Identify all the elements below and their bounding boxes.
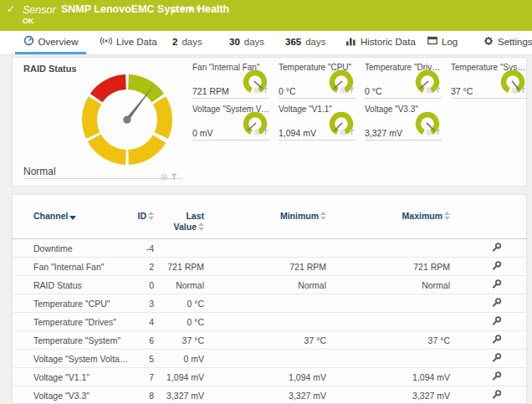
cell-minimum: 37 °C xyxy=(206,331,328,350)
col-header-settings xyxy=(452,194,527,239)
table-row[interactable]: Downtime -4 xyxy=(12,239,527,258)
pin-icon[interactable] xyxy=(349,124,355,139)
channel-settings-wrench-icon[interactable] xyxy=(491,355,502,365)
cell-maximum xyxy=(328,313,452,331)
sort-desc-icon xyxy=(69,216,76,220)
status-check-icon: ✓ xyxy=(7,3,15,15)
table-row[interactable]: Temperature "Drives" 4 0 °C xyxy=(12,313,527,331)
tab-live-data[interactable]: Live Data xyxy=(100,31,157,52)
pin-icon[interactable] xyxy=(263,124,269,139)
channel-settings-wrench-icon[interactable] xyxy=(491,263,502,273)
cell-channel: Downtime xyxy=(12,239,132,258)
cell-id: 2 xyxy=(132,258,156,276)
priority-flag-icon[interactable] xyxy=(171,4,177,19)
table-row[interactable]: Voltage "V3.3" 8 3,327 mV 3,327 mV 3,327… xyxy=(12,386,527,404)
cell-minimum: 721 RPM xyxy=(206,258,328,276)
gauge-panel-voltage-system: Voltage "System Voltage (12... 0 mV xyxy=(192,103,269,141)
table-row[interactable]: Voltage "System Voltage (... 5 0 mV xyxy=(12,350,527,368)
gauge-hub xyxy=(123,115,130,123)
raid-gauge-value: Normal xyxy=(23,166,56,177)
col-header-maximum[interactable]: Maximum xyxy=(328,194,452,239)
priority-stars[interactable]: ★★★☆☆ xyxy=(179,3,219,13)
gauge-value: 0 °C xyxy=(365,86,382,96)
cell-maximum: Normal xyxy=(328,276,452,294)
col-header-minimum[interactable]: Minimum xyxy=(206,194,328,239)
table-row[interactable]: RAID Status 0 Normal Normal Normal xyxy=(12,276,527,294)
gear-icon[interactable] xyxy=(161,169,168,184)
cell-channel: Temperature "Drives" xyxy=(12,313,132,331)
tab-historic-data[interactable]: Historic Data xyxy=(345,31,416,52)
bar-chart-icon xyxy=(345,36,356,48)
tab-30-days[interactable]: 30days xyxy=(229,31,264,52)
gauge-value: 1,094 mV xyxy=(279,128,316,138)
col-header-channel[interactable]: Channel xyxy=(12,194,132,239)
cell-last-value xyxy=(156,239,206,258)
raid-status-gauge xyxy=(80,73,174,166)
tab-settings[interactable]: Settings xyxy=(483,31,532,52)
gear-icon[interactable] xyxy=(426,124,432,139)
gear-icon[interactable] xyxy=(511,82,518,97)
cell-maximum xyxy=(328,239,452,258)
table-row[interactable]: Temperature "System" 6 37 °C 37 °C 37 °C xyxy=(12,331,527,350)
cell-channel: RAID Status xyxy=(12,276,132,294)
cell-channel: Voltage "System Voltage (... xyxy=(12,350,132,368)
log-icon xyxy=(427,36,437,47)
table-row[interactable]: Temperature "CPU" 3 0 °C xyxy=(12,294,527,313)
channel-settings-wrench-icon[interactable] xyxy=(491,373,502,383)
cell-channel: Voltage "V1.1" xyxy=(12,368,132,386)
pin-icon[interactable] xyxy=(349,82,355,97)
tab-2-days[interactable]: 2days xyxy=(172,31,202,52)
gear-icon[interactable] xyxy=(426,82,432,97)
cell-id: 5 xyxy=(132,350,156,368)
tab-overview[interactable]: Overview xyxy=(15,31,86,54)
gear-icon[interactable] xyxy=(253,82,260,97)
pin-icon[interactable] xyxy=(520,82,526,97)
sort-icon xyxy=(320,212,326,220)
gear-icon[interactable] xyxy=(340,124,346,139)
cell-last-value: Normal xyxy=(156,276,206,294)
cell-maximum: 1,094 mV xyxy=(328,368,452,386)
tab-log[interactable]: Log xyxy=(427,31,458,52)
channel-settings-wrench-icon[interactable] xyxy=(491,318,502,328)
channel-settings-wrench-icon[interactable] xyxy=(491,244,502,254)
gauge-value: 37 °C xyxy=(451,86,473,96)
cell-minimum: 3,327 mV xyxy=(206,386,328,404)
gauge-value: 0 mV xyxy=(192,128,213,138)
gear-icon[interactable] xyxy=(340,82,346,97)
cell-last-value: 721 RPM xyxy=(156,258,206,276)
pin-icon[interactable] xyxy=(435,82,441,97)
pin-icon[interactable] xyxy=(171,169,177,184)
col-header-last-value[interactable]: LastValue xyxy=(156,194,206,239)
cell-id: 3 xyxy=(132,294,156,313)
sort-icon xyxy=(444,212,450,220)
sort-icon xyxy=(198,222,204,231)
channel-settings-wrench-icon[interactable] xyxy=(491,299,502,309)
channel-settings-wrench-icon[interactable] xyxy=(491,336,502,346)
table-row[interactable]: Fan "Internal Fan" 2 721 RPM 721 RPM 721… xyxy=(12,258,527,276)
pin-icon[interactable] xyxy=(435,124,441,139)
cell-minimum xyxy=(206,350,328,368)
status-badge: OK xyxy=(23,17,34,25)
gauge-panel-voltage-v1-1: Voltage "V1.1" 1,094 mV xyxy=(279,103,356,141)
cell-maximum xyxy=(328,294,452,313)
cell-id: 0 xyxy=(132,276,156,294)
col-header-id[interactable]: ID xyxy=(132,194,156,239)
cell-id: 8 xyxy=(132,386,156,404)
gauge-panel-temperature-drives: Temperature "Drives" 0 °C xyxy=(365,61,442,99)
gear-icon[interactable] xyxy=(253,124,260,139)
table-row[interactable]: Voltage "V1.1" 7 1,094 mV 1,094 mV 1,094… xyxy=(12,368,527,386)
cell-last-value: 37 °C xyxy=(156,331,206,350)
gauge-icon xyxy=(23,35,34,48)
tab-365-days[interactable]: 365days xyxy=(285,31,325,52)
cell-channel: Temperature "CPU" xyxy=(12,294,132,313)
cell-last-value: 3,327 mV xyxy=(156,386,206,404)
cell-minimum: 1,094 mV xyxy=(206,368,328,386)
cell-maximum: 721 RPM xyxy=(328,258,452,276)
pin-icon[interactable] xyxy=(263,82,269,97)
cell-maximum: 3,327 mV xyxy=(328,386,452,404)
channel-settings-wrench-icon[interactable] xyxy=(491,391,502,401)
sort-icon xyxy=(148,212,154,220)
channels-table: Channel ID LastValue Minimum Maximum Dow… xyxy=(12,194,527,404)
gear-icon xyxy=(483,36,494,48)
channel-settings-wrench-icon[interactable] xyxy=(491,281,502,291)
